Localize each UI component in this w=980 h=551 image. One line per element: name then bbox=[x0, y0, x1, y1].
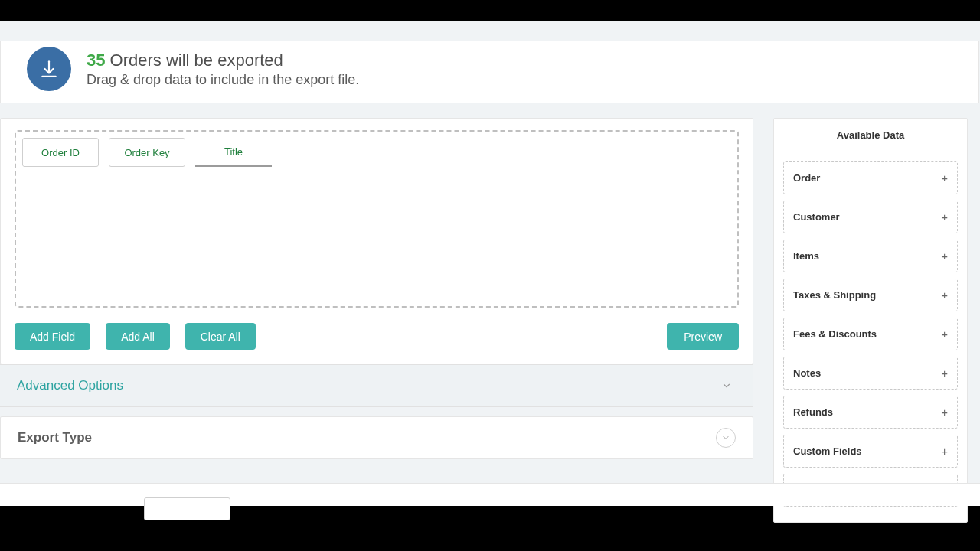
available-item-label: Custom Fields bbox=[793, 445, 862, 457]
available-item[interactable]: Custom Fields+ bbox=[783, 435, 958, 468]
field-chip[interactable]: Order ID bbox=[22, 138, 99, 167]
plus-icon: + bbox=[941, 171, 948, 184]
clear-all-button[interactable]: Clear All bbox=[185, 323, 256, 350]
advanced-options-label: Advanced Options bbox=[17, 378, 123, 393]
available-item[interactable]: Taxes & Shipping+ bbox=[783, 279, 958, 311]
available-item-label: Notes bbox=[793, 367, 821, 379]
available-item[interactable]: Refunds+ bbox=[783, 396, 958, 429]
letterbox-top bbox=[0, 0, 980, 21]
export-title-text: Orders will be exported bbox=[110, 51, 283, 70]
advanced-options-accordion[interactable]: Advanced Options bbox=[0, 364, 753, 407]
available-item-label: Items bbox=[793, 250, 819, 262]
plus-icon: + bbox=[941, 289, 948, 302]
partial-field[interactable] bbox=[144, 497, 230, 520]
field-dropzone[interactable]: Order IDOrder KeyTitle bbox=[15, 130, 739, 308]
preview-button[interactable]: Preview bbox=[667, 323, 739, 350]
available-item-label: Order bbox=[793, 172, 820, 184]
export-header: 35 Orders will be exported Drag & drop d… bbox=[0, 41, 979, 103]
available-item[interactable]: Order+ bbox=[783, 161, 958, 194]
bottom-panel-edge bbox=[0, 483, 980, 506]
plus-icon: + bbox=[941, 445, 948, 458]
plus-icon: + bbox=[941, 406, 948, 419]
add-field-button[interactable]: Add Field bbox=[15, 323, 90, 350]
available-item-label: Taxes & Shipping bbox=[793, 289, 876, 301]
available-item[interactable]: Notes+ bbox=[783, 357, 958, 390]
add-all-button[interactable]: Add All bbox=[106, 323, 170, 350]
chevron-down-icon bbox=[716, 428, 736, 448]
download-icon bbox=[27, 47, 71, 91]
export-subtitle: Drag & drop data to include in the expor… bbox=[87, 72, 359, 88]
available-item[interactable]: Fees & Discounts+ bbox=[783, 318, 958, 350]
export-count: 35 bbox=[87, 51, 105, 70]
available-item[interactable]: Customer+ bbox=[783, 201, 958, 233]
export-type-label: Export Type bbox=[18, 430, 92, 445]
export-title: 35 Orders will be exported bbox=[87, 51, 359, 70]
available-item-label: Customer bbox=[793, 211, 840, 223]
export-builder-card: Order IDOrder KeyTitle Add Field Add All… bbox=[0, 118, 753, 364]
app-stage: 35 Orders will be exported Drag & drop d… bbox=[0, 21, 980, 506]
chevron-down-icon bbox=[717, 376, 737, 396]
plus-icon: + bbox=[941, 249, 948, 262]
plus-icon: + bbox=[941, 328, 948, 341]
field-chip[interactable]: Title bbox=[195, 138, 272, 167]
available-data-panel: Available Data Order+Customer+Items+Taxe… bbox=[773, 118, 968, 523]
available-data-title: Available Data bbox=[774, 119, 967, 152]
plus-icon: + bbox=[941, 210, 948, 223]
available-item-label: Refunds bbox=[793, 406, 833, 418]
available-item-label: Fees & Discounts bbox=[793, 328, 877, 340]
export-type-accordion[interactable]: Export Type bbox=[0, 416, 753, 459]
field-chip[interactable]: Order Key bbox=[109, 138, 185, 167]
available-item[interactable]: Items+ bbox=[783, 240, 958, 272]
plus-icon: + bbox=[941, 367, 948, 380]
